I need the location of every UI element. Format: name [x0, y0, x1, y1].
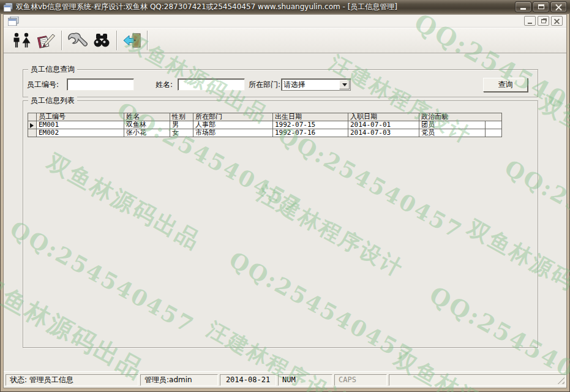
search-binoculars-button[interactable] [89, 29, 114, 51]
current-row-selector[interactable] [28, 121, 37, 129]
window-title: 双鱼林vb信息管理系统-程序设计:双鱼林 QQ:287307421或254540… [16, 2, 397, 12]
status-panel-date: 2014-08-21 [220, 374, 276, 386]
table-row[interactable]: EM001 双鱼林 男 人事部 1992-07-15 2014-07-01 团员 [28, 121, 502, 129]
exit-door-icon [122, 32, 142, 49]
settings-wrench-icon [67, 32, 88, 49]
window-body: 员工信息查询 员工编号: 姓名: 所在部门: 请选择 查询 员工信息列表 [3, 14, 567, 388]
close-button[interactable] [550, 1, 567, 12]
close-icon [555, 4, 562, 10]
cell-filler [486, 129, 502, 137]
search-binoculars-icon [92, 32, 111, 48]
cell-gender[interactable]: 女 [170, 129, 193, 137]
maximize-icon [538, 4, 544, 9]
grid-column-header[interactable]: 入职日期 [348, 113, 419, 121]
list-groupbox: 员工信息列表 员工编号 姓名 性别 所在部门 出生日期 入职日期 政治 [23, 100, 538, 348]
exit-button[interactable] [120, 29, 144, 51]
minimize-button[interactable] [515, 1, 531, 12]
query-groupbox: 员工信息查询 员工编号: 姓名: 所在部门: 请选择 查询 [23, 69, 538, 97]
cell-birth-date[interactable]: 1992-07-16 [273, 129, 348, 137]
cell-dept[interactable]: 市场部 [193, 129, 273, 137]
cell-birth-date[interactable]: 1992-07-15 [273, 121, 348, 129]
dept-selected-value: 请选择 [282, 79, 339, 90]
employee-grid[interactable]: 员工编号 姓名 性别 所在部门 出生日期 入职日期 政治面貌 EM001 双鱼林… [28, 113, 502, 137]
toolbar [4, 28, 566, 53]
current-row-arrow-icon [30, 123, 34, 128]
child-close-button[interactable] [551, 16, 563, 26]
form-client-area: 员工信息查询 员工编号: 姓名: 所在部门: 请选择 查询 员工信息列表 [4, 53, 566, 372]
grid-column-header[interactable]: 性别 [170, 113, 193, 121]
status-panel-state: 状态: 管理员工信息 [6, 374, 138, 386]
grid-column-header[interactable]: 员工编号 [37, 113, 124, 121]
cell-hire-date[interactable]: 2014-07-03 [348, 129, 419, 137]
name-input[interactable] [178, 78, 245, 91]
statusbar: 状态: 管理员工信息 管理员:admin 2014-08-21 NUM CAPS [4, 371, 566, 388]
settings-wrench-button[interactable] [65, 29, 89, 51]
child-restore-icon [541, 19, 546, 23]
employee-manage-icon [12, 32, 32, 49]
cell-political-status[interactable]: 团员 [419, 121, 486, 129]
status-panel-operator: 管理员:admin [140, 374, 218, 386]
table-row[interactable]: EM002 张小花 女 市场部 1992-07-16 2014-07-03 党员 [28, 129, 502, 137]
main-window: 双鱼林vb信息管理系统-程序设计:双鱼林 QQ:287307421或254540… [0, 0, 570, 392]
report-edit-icon [37, 32, 56, 49]
child-close-icon [554, 18, 560, 24]
cell-name[interactable]: 双鱼林 [124, 121, 170, 129]
child-minimize-icon [528, 23, 532, 24]
toolbar-separator [147, 31, 148, 50]
cell-filler [486, 121, 502, 129]
grid-column-header[interactable]: 姓名 [124, 113, 170, 121]
cell-political-status[interactable]: 党员 [419, 129, 486, 137]
status-panel-num: NUM [278, 374, 332, 386]
row-selector[interactable] [28, 129, 37, 137]
cell-name[interactable]: 张小花 [124, 129, 170, 137]
emp-no-label: 员工编号: [27, 80, 59, 89]
cell-gender[interactable]: 男 [170, 121, 193, 129]
grid-column-header[interactable]: 所在部门 [193, 113, 273, 121]
dept-dropdown-button[interactable] [339, 80, 350, 89]
report-edit-button[interactable] [34, 29, 59, 51]
resize-grip[interactable] [557, 376, 564, 384]
titlebar[interactable]: 双鱼林vb信息管理系统-程序设计:双鱼林 QQ:287307421或254540… [0, 0, 570, 14]
grid-column-header[interactable]: 政治面貌 [419, 113, 502, 121]
cell-dept[interactable]: 人事部 [193, 121, 273, 129]
child-restore-button[interactable] [538, 16, 549, 26]
status-panel-caps: CAPS [334, 374, 387, 386]
cell-hire-date[interactable]: 2014-07-01 [348, 121, 419, 129]
toolbar-separator [116, 31, 118, 50]
cell-emp-no[interactable]: EM002 [37, 129, 124, 137]
child-window-icon[interactable] [8, 17, 19, 26]
chevron-down-icon [342, 83, 347, 86]
grid-column-header[interactable]: 出生日期 [273, 113, 348, 121]
status-panel-empty [389, 374, 566, 386]
search-button[interactable]: 查询 [483, 78, 528, 92]
list-group-title: 员工信息列表 [28, 96, 77, 105]
child-minimize-button[interactable] [524, 16, 536, 26]
employee-manage-button[interactable] [10, 29, 34, 51]
grid-header-row: 员工编号 姓名 性别 所在部门 出生日期 入职日期 政治面貌 [28, 113, 502, 121]
toolbar-separator [61, 31, 62, 50]
mdi-menu-row [4, 15, 566, 28]
cell-emp-no[interactable]: EM001 [37, 121, 124, 129]
app-icon[interactable] [4, 3, 13, 12]
name-label: 姓名: [156, 80, 173, 89]
minimize-icon [520, 8, 526, 10]
dept-select[interactable]: 请选择 [281, 78, 351, 91]
query-group-title: 员工信息查询 [28, 65, 77, 74]
grid-selector-header [28, 113, 37, 121]
maximize-button[interactable] [533, 1, 549, 12]
emp-no-input[interactable] [67, 78, 134, 91]
dept-label: 所在部门: [249, 80, 280, 89]
